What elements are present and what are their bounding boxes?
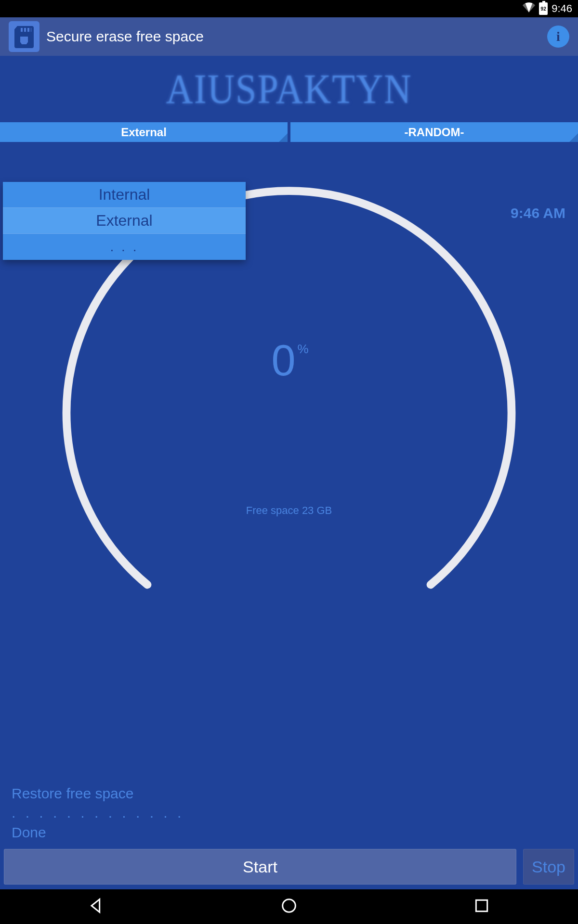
back-button[interactable]	[87, 896, 106, 917]
progress-unit: %	[297, 342, 308, 356]
start-label: Start	[243, 858, 277, 876]
storage-dropdown: Internal External . . .	[3, 182, 246, 260]
log-line: Restore free space	[12, 784, 566, 804]
progress-number: 0	[271, 336, 295, 385]
stop-button[interactable]: Stop	[523, 849, 574, 885]
method-spinner-label: -RANDOM-	[405, 126, 464, 139]
dropdown-item-more[interactable]: . . .	[3, 234, 246, 260]
dropdown-item-external[interactable]: External	[3, 208, 246, 234]
method-spinner[interactable]: -RANDOM-	[290, 122, 578, 143]
info-button[interactable]: i	[547, 26, 569, 48]
log-line: Done	[12, 823, 566, 843]
log-dots: . . . . . . . . . . . . .	[12, 803, 566, 823]
dropdown-item-internal[interactable]: Internal	[3, 182, 246, 208]
log-area: Restore free space . . . . . . . . . . .…	[0, 784, 578, 847]
recents-button[interactable]	[472, 896, 491, 917]
svg-rect-1	[476, 900, 487, 911]
android-status-bar: 92 9:46	[0, 0, 578, 17]
app-title: Secure erase free space	[46, 28, 540, 45]
app-bar: Secure erase free space i	[0, 17, 578, 56]
storage-spinner-label: External	[121, 126, 167, 139]
spinner-row: External -RANDOM-	[0, 122, 578, 143]
progress-value: 0%	[0, 336, 578, 385]
stop-label: Stop	[532, 858, 565, 876]
action-row: Start Stop	[0, 847, 578, 889]
home-button[interactable]	[279, 896, 299, 917]
svg-point-0	[283, 899, 296, 912]
android-nav-bar	[0, 889, 578, 924]
brand-banner: AIUSPAKTYN	[0, 56, 578, 122]
wifi-icon	[523, 1, 535, 16]
app-icon	[9, 21, 39, 52]
brand-text: AIUSPAKTYN	[166, 65, 412, 113]
battery-icon: 92	[539, 2, 548, 15]
main-content: AIUSPAKTYN External -RANDOM- 9:46 AM 0% …	[0, 56, 578, 889]
storage-spinner[interactable]: External	[0, 122, 288, 143]
free-space-label: Free space 23 GB	[0, 504, 578, 517]
status-time: 9:46	[552, 2, 572, 15]
start-button[interactable]: Start	[4, 849, 516, 885]
